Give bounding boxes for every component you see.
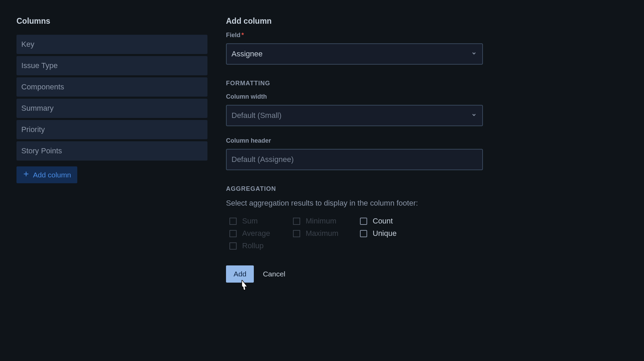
- checkbox-average: Average: [229, 229, 290, 238]
- required-marker: *: [241, 32, 244, 39]
- checkbox-label: Average: [242, 229, 270, 238]
- add-column-label: Add column: [33, 171, 71, 179]
- column-item[interactable]: Priority: [16, 120, 207, 139]
- cursor-icon: [238, 279, 248, 293]
- checkbox-sum: Sum: [229, 217, 290, 226]
- add-column-button[interactable]: Add column: [16, 166, 77, 183]
- checkbox-unique[interactable]: Unique: [360, 229, 420, 238]
- checkbox-label: Sum: [242, 217, 258, 226]
- checkbox-count[interactable]: Count: [360, 217, 420, 226]
- checkbox-rollup: Rollup: [229, 241, 290, 250]
- aggregation-description: Select aggregation results to display in…: [226, 199, 483, 208]
- checkbox-label: Unique: [373, 229, 397, 238]
- checkbox-icon: [293, 230, 300, 237]
- checkbox-label: Minimum: [306, 217, 336, 226]
- checkbox-minimum: Minimum: [293, 217, 357, 226]
- add-button[interactable]: Add: [226, 265, 254, 283]
- button-row: Add Cancel: [226, 265, 483, 283]
- checkbox-icon: [360, 218, 367, 225]
- cancel-button[interactable]: Cancel: [263, 270, 285, 278]
- columns-title: Columns: [16, 17, 207, 26]
- checkbox-maximum: Maximum: [293, 229, 357, 238]
- columns-panel: Columns Key Issue Type Components Summar…: [16, 17, 207, 361]
- column-item[interactable]: Key: [16, 35, 207, 54]
- plus-icon: [23, 171, 30, 179]
- column-header-input[interactable]: [226, 149, 483, 170]
- field-label: Field*: [226, 32, 483, 39]
- column-item[interactable]: Issue Type: [16, 56, 207, 75]
- column-item[interactable]: Story Points: [16, 141, 207, 161]
- checkbox-label: Maximum: [306, 229, 338, 238]
- column-width-select[interactable]: Default (Small): [226, 105, 483, 126]
- checkbox-icon: [229, 230, 237, 237]
- checkbox-icon: [229, 242, 237, 250]
- field-select[interactable]: Assignee: [226, 43, 483, 65]
- checkbox-icon: [360, 230, 367, 237]
- aggregation-title: AGGREGATION: [226, 185, 483, 193]
- column-width-label: Column width: [226, 93, 483, 100]
- checkbox-label: Count: [373, 217, 393, 226]
- checkbox-label: Rollup: [242, 241, 263, 250]
- column-item[interactable]: Components: [16, 77, 207, 97]
- aggregation-options: Sum Average Rollup Minimum Maximum: [229, 217, 483, 250]
- add-column-form: Add column Field* Assignee FORMATTING Co…: [226, 17, 483, 361]
- checkbox-icon: [293, 218, 300, 225]
- formatting-title: FORMATTING: [226, 80, 483, 87]
- column-header-label: Column header: [226, 137, 483, 144]
- column-item[interactable]: Summary: [16, 99, 207, 118]
- panel-title: Add column: [226, 17, 483, 26]
- checkbox-icon: [229, 218, 237, 225]
